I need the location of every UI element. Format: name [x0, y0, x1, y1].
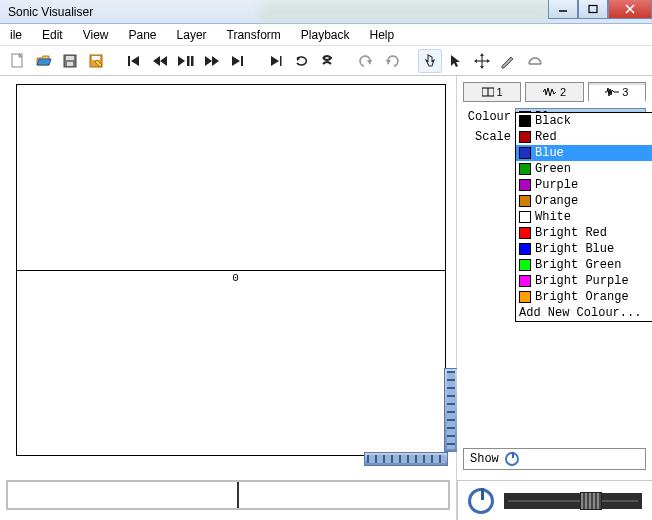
play-selection-button[interactable] — [264, 49, 288, 73]
wave-icon — [543, 87, 557, 97]
vertical-zoom-slider[interactable] — [444, 368, 458, 452]
colour-swatch-icon — [519, 243, 531, 255]
spectrum-icon — [605, 87, 619, 97]
colour-swatch-icon — [519, 275, 531, 287]
svg-marker-31 — [480, 53, 484, 56]
redo-button[interactable] — [380, 49, 404, 73]
ffwd-button[interactable] — [200, 49, 224, 73]
undo-button[interactable] — [354, 49, 378, 73]
menu-pane[interactable]: Pane — [119, 25, 167, 45]
colour-option[interactable]: White — [516, 209, 652, 225]
colour-option[interactable]: Green — [516, 161, 652, 177]
svg-rect-24 — [280, 56, 282, 66]
menu-bar: ile Edit View Pane Layer Transform Playb… — [0, 24, 652, 46]
playback-speed-dial[interactable] — [468, 488, 494, 514]
menu-layer[interactable]: Layer — [167, 25, 217, 45]
colour-option[interactable]: Blue — [516, 145, 652, 161]
tab-pane[interactable]: 1 — [463, 82, 521, 102]
colour-option[interactable]: Red — [516, 129, 652, 145]
svg-rect-1 — [589, 5, 597, 12]
svg-marker-28 — [451, 55, 460, 67]
app-title: Sonic Visualiser — [8, 5, 93, 19]
colour-option[interactable]: Bright Blue — [516, 241, 652, 257]
show-dial-icon[interactable] — [505, 452, 519, 466]
pane-area: 0 — [0, 76, 457, 520]
svg-marker-21 — [232, 56, 240, 66]
navigate-tool-button[interactable] — [418, 49, 442, 73]
show-label: Show — [470, 452, 499, 466]
tab-spectrum[interactable]: 3 — [588, 82, 646, 102]
svg-marker-15 — [160, 56, 167, 66]
new-session-button[interactable] — [6, 49, 30, 73]
show-layer-box[interactable]: Show — [463, 448, 646, 470]
svg-rect-9 — [67, 62, 73, 66]
rewind-button[interactable] — [148, 49, 172, 73]
volume-fader[interactable] — [504, 493, 642, 509]
svg-rect-22 — [241, 56, 243, 66]
colour-option[interactable]: Orange — [516, 193, 652, 209]
colour-option[interactable]: Bright Purple — [516, 273, 652, 289]
svg-rect-17 — [187, 56, 190, 66]
rewind-start-button[interactable] — [122, 49, 146, 73]
colour-swatch-icon — [519, 195, 531, 207]
menu-playback[interactable]: Playback — [291, 25, 360, 45]
close-button[interactable] — [608, 0, 652, 19]
overview-pane[interactable] — [6, 480, 450, 510]
colour-swatch-icon — [519, 291, 531, 303]
save-button[interactable] — [58, 49, 82, 73]
colour-swatch-icon — [519, 227, 531, 239]
save-as-button[interactable] — [84, 49, 108, 73]
tab-waveform[interactable]: 2 — [525, 82, 583, 102]
waveform-canvas[interactable]: 0 — [16, 84, 446, 456]
play-loop-button[interactable] — [290, 49, 314, 73]
playback-controls-footer — [457, 480, 652, 520]
svg-marker-14 — [153, 56, 160, 66]
select-tool-button[interactable] — [444, 49, 468, 73]
zero-axis — [17, 270, 445, 271]
move-tool-button[interactable] — [470, 49, 494, 73]
colour-swatch-icon — [519, 163, 531, 175]
svg-marker-23 — [271, 56, 279, 66]
svg-rect-12 — [128, 56, 130, 66]
menu-file[interactable]: ile — [0, 25, 32, 45]
ffwd-end-button[interactable] — [226, 49, 250, 73]
maximize-button[interactable] — [578, 0, 608, 19]
svg-marker-13 — [131, 56, 139, 66]
svg-marker-26 — [367, 60, 372, 65]
colour-option[interactable]: Bright Red — [516, 225, 652, 241]
minimize-button[interactable] — [548, 0, 578, 19]
colour-option[interactable]: Purple — [516, 177, 652, 193]
erase-tool-button[interactable] — [522, 49, 546, 73]
menu-help[interactable]: Help — [360, 25, 405, 45]
solo-button[interactable] — [316, 49, 340, 73]
colour-dropdown-list[interactable]: BlackRedBlueGreenPurpleOrangeWhiteBright… — [515, 112, 652, 322]
colour-swatch-icon — [519, 147, 531, 159]
menu-transform[interactable]: Transform — [217, 25, 291, 45]
toolbar — [0, 46, 652, 76]
playhead[interactable] — [237, 482, 239, 508]
colour-option[interactable]: Black — [516, 113, 652, 129]
colour-option[interactable]: Bright Orange — [516, 289, 652, 305]
colour-swatch-icon — [519, 259, 531, 271]
svg-marker-19 — [205, 56, 212, 66]
pane-icon — [482, 87, 494, 97]
draw-tool-button[interactable] — [496, 49, 520, 73]
colour-option[interactable]: Bright Green — [516, 257, 652, 273]
colour-swatch-icon — [519, 115, 531, 127]
svg-rect-18 — [191, 56, 194, 66]
svg-marker-34 — [487, 59, 490, 63]
menu-view[interactable]: View — [73, 25, 119, 45]
horizontal-zoom-slider[interactable] — [364, 452, 448, 466]
colour-swatch-icon — [519, 179, 531, 191]
add-new-colour-option[interactable]: Add New Colour... — [516, 305, 652, 321]
open-button[interactable] — [32, 49, 56, 73]
scale-label: Scale — [463, 130, 511, 144]
menu-edit[interactable]: Edit — [32, 25, 73, 45]
play-pause-button[interactable] — [174, 49, 198, 73]
svg-marker-35 — [502, 57, 513, 68]
colour-swatch-icon — [519, 211, 531, 223]
svg-marker-16 — [178, 56, 185, 66]
colour-label: Colour — [463, 110, 511, 124]
svg-marker-6 — [37, 59, 51, 65]
layer-tabs: 1 2 3 — [463, 82, 646, 102]
